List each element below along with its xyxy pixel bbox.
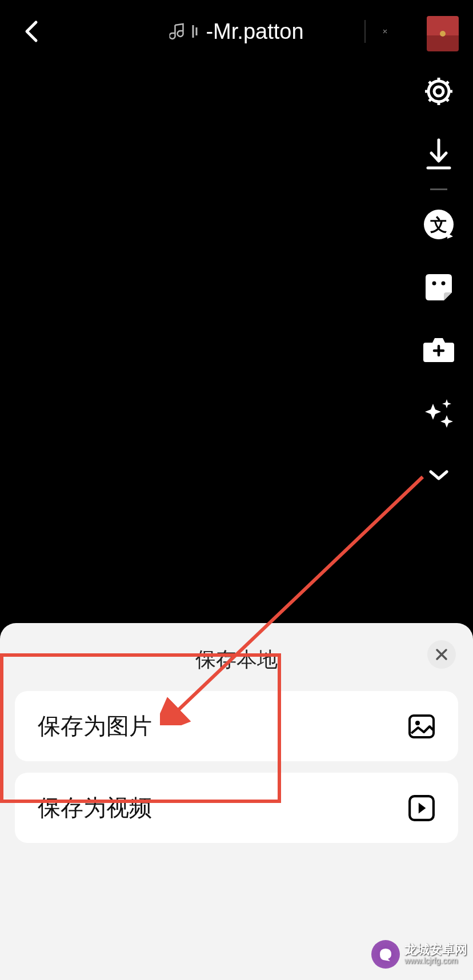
toolbar-divider (430, 188, 447, 190)
chevron-down-icon (428, 469, 449, 482)
text-button[interactable]: 文 (422, 207, 456, 242)
svg-line-9 (446, 99, 448, 101)
settings-button[interactable] (422, 74, 456, 109)
sheet-title: 保存本地 (195, 646, 278, 674)
svg-line-11 (446, 82, 448, 84)
header: -Mr.patton (0, 0, 473, 63)
sparkle-icon (423, 398, 455, 428)
title-text: -Mr.patton (206, 19, 303, 44)
sparkle-button[interactable] (422, 396, 456, 430)
save-as-image-option[interactable]: 保存为图片 (15, 691, 458, 761)
music-icon (169, 23, 185, 40)
chevron-left-icon (23, 20, 39, 43)
expand-button[interactable] (422, 459, 456, 493)
gear-icon (423, 76, 454, 107)
sticker-icon (423, 272, 454, 303)
text-icon: 文 (422, 208, 455, 241)
save-as-video-option[interactable]: 保存为视频 (15, 773, 458, 843)
bar-icon (191, 23, 200, 40)
svg-point-2 (428, 81, 449, 102)
svg-rect-1 (195, 27, 197, 35)
svg-line-10 (429, 99, 431, 101)
watermark: 龙城安卓网 www.lcjrfg.com (371, 940, 467, 969)
svg-point-14 (432, 282, 436, 286)
sticker-button[interactable] (422, 270, 456, 304)
svg-point-3 (434, 87, 443, 96)
download-button[interactable] (422, 137, 456, 171)
option-label: 保存为视频 (38, 792, 152, 824)
image-icon (408, 713, 435, 740)
svg-point-17 (415, 721, 420, 725)
svg-rect-0 (192, 25, 194, 38)
header-close-button[interactable] (364, 20, 387, 43)
watermark-name: 龙城安卓网 (404, 943, 467, 957)
back-button[interactable] (17, 17, 46, 46)
title-area[interactable]: -Mr.patton (169, 19, 303, 44)
sheet-header: 保存本地 (0, 640, 473, 691)
svg-text:文: 文 (430, 215, 447, 234)
camera-plus-icon (422, 336, 455, 364)
effects-button[interactable] (422, 333, 456, 367)
watermark-url: www.lcjrfg.com (404, 957, 467, 965)
svg-line-8 (429, 82, 431, 84)
side-toolbar: 文 (422, 74, 456, 493)
watermark-logo-icon (371, 940, 400, 969)
video-icon (408, 794, 435, 822)
sheet-close-button[interactable] (427, 640, 456, 669)
svg-point-15 (442, 282, 446, 286)
option-label: 保存为图片 (38, 710, 152, 742)
download-icon (424, 137, 453, 171)
close-icon (435, 648, 448, 661)
close-icon (383, 23, 387, 40)
watermark-text: 龙城安卓网 www.lcjrfg.com (404, 943, 467, 966)
save-bottom-sheet: 保存本地 保存为图片 保存为视频 (0, 623, 473, 980)
gift-icon[interactable] (427, 16, 459, 51)
